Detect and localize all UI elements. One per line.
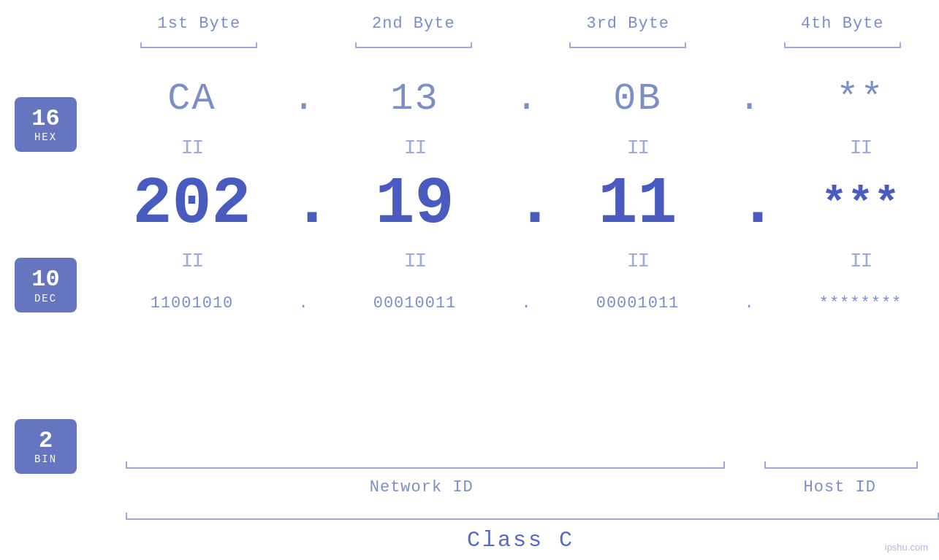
bin-badge: 2 BIN (15, 419, 77, 474)
hex-badge: 16 HEX (15, 97, 77, 152)
byte-headers: 1st Byte 2nd Byte 3rd Byte 4th Byte (0, 0, 939, 40)
hex-row: CA . 13 . 0B . ** (91, 66, 939, 131)
class-label: Class C (102, 528, 939, 553)
bottom-section: Network ID Host ID Class C (102, 450, 939, 560)
byte2-header: 2nd Byte (317, 15, 511, 33)
byte4-header: 4th Byte (745, 15, 939, 33)
class-bracket-row (102, 505, 939, 520)
hex-sep1: . (292, 77, 314, 120)
dec-row: 202 . 19 . 11 . *** (91, 164, 939, 245)
bin-row: 11001010 . 00010011 . 00001011 . (91, 277, 939, 329)
eq2-b3: II (537, 250, 738, 272)
dec-b1: 202 (91, 167, 292, 242)
bracket-line-3 (569, 47, 686, 48)
dec-label: DEC (34, 293, 57, 304)
host-id-label: Host ID (741, 478, 939, 496)
network-host-labels-row: Network ID Host ID (102, 469, 939, 505)
hex-b3: 0B (537, 77, 738, 120)
hex-b4: ** (760, 77, 939, 120)
host-bracket-container (741, 461, 939, 469)
hex-b1: CA (91, 77, 292, 120)
eq1-b3: II (537, 137, 738, 159)
bracket-line-1 (140, 47, 257, 48)
network-bracket-line (126, 467, 725, 469)
dec-b3: 11 (537, 167, 738, 242)
byte3-header: 3rd Byte (531, 15, 725, 33)
hex-b2: 13 (314, 77, 515, 120)
main-container: 1st Byte 2nd Byte 3rd Byte 4th Byte 16 (0, 0, 939, 560)
dec-b4: *** (760, 180, 939, 229)
eq2-b1: II (91, 250, 292, 272)
eq1-b2: II (314, 137, 515, 159)
dec-sep3: . (738, 167, 760, 242)
hex-sep2: . (515, 77, 537, 120)
equals-row-2: II II II II (91, 245, 939, 277)
bin-number: 2 (39, 428, 53, 453)
class-label-row: Class C (102, 520, 939, 560)
bracket-1 (102, 40, 296, 55)
bin-b4: ******** (760, 294, 939, 312)
eq2-b4: II (760, 250, 939, 272)
hex-sep3: . (738, 77, 760, 120)
hex-label: HEX (34, 131, 57, 143)
class-bracket-line-container (126, 513, 939, 520)
bracket-line-2 (355, 47, 472, 48)
bracket-2 (317, 40, 511, 55)
watermark: ipshu.com (885, 542, 928, 553)
bin-b2: 00010011 (314, 294, 515, 312)
byte1-header: 1st Byte (102, 15, 296, 33)
bracket-3 (531, 40, 725, 55)
host-bracket-line-container (764, 461, 918, 469)
bracket-4 (745, 40, 939, 55)
hex-number: 16 (31, 106, 59, 131)
top-brackets (0, 40, 939, 55)
bin-b1: 11001010 (91, 294, 292, 312)
equals-row-1: II II II II (91, 131, 939, 164)
network-host-bracket-row (102, 450, 939, 469)
bin-b3: 00001011 (537, 294, 738, 312)
bin-sep3: . (738, 294, 760, 312)
dec-sep1: . (292, 167, 314, 242)
eq1-b4: II (760, 137, 939, 159)
host-bracket-line (764, 467, 918, 469)
base-labels: 16 HEX 10 DEC 2 BIN (0, 62, 91, 560)
bin-sep1: . (292, 294, 314, 312)
eq1-b1: II (91, 137, 292, 159)
bin-label: BIN (34, 453, 57, 465)
dec-number: 10 (31, 266, 59, 292)
class-bracket-line (126, 518, 939, 520)
dec-badge: 10 DEC (15, 258, 77, 312)
network-id-label: Network ID (102, 478, 741, 496)
network-bracket-container (102, 461, 741, 469)
bin-sep2: . (515, 294, 537, 312)
bracket-line-4 (784, 47, 901, 48)
dec-b2: 19 (314, 167, 515, 242)
network-bracket-line-container (126, 461, 725, 469)
eq2-b2: II (314, 250, 515, 272)
dec-sep2: . (515, 167, 537, 242)
